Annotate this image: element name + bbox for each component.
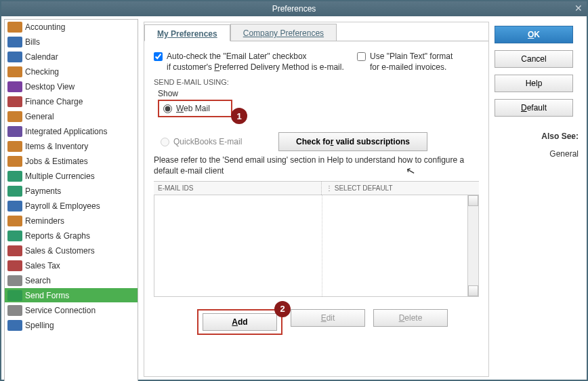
- tab-my-preferences[interactable]: My Preferences: [144, 24, 230, 41]
- sidebar-item-reminders[interactable]: Reminders: [5, 214, 138, 228]
- auto-email-later-checkbox[interactable]: [154, 52, 163, 61]
- sidebar-item-general[interactable]: General: [5, 109, 138, 124]
- edit-button: Edit: [291, 309, 365, 327]
- tab-bar: My PreferencesCompany Preferences: [144, 22, 488, 41]
- close-icon[interactable]: ✕: [574, 3, 583, 14]
- preferences-window: Preferences✕AccountingBillsCalendarCheck…: [0, 0, 588, 381]
- sidebar-icon: [7, 230, 22, 241]
- ok-button[interactable]: OK: [495, 26, 573, 43]
- qb-email-row: QuickBooks E-mailCheck for valid subscri…: [161, 132, 479, 151]
- radio-quickbooks-email-row: QuickBooks E-mail: [161, 137, 269, 146]
- radio-web-mail[interactable]: [163, 104, 172, 113]
- delete-button: Delete: [373, 309, 448, 327]
- show-label: Show: [158, 89, 479, 98]
- sidebar-item-sales-tax[interactable]: Sales Tax: [5, 258, 138, 273]
- radio-web-mail-label: Web Mail: [176, 104, 210, 113]
- sidebar-item-label: Payments: [25, 186, 61, 196]
- add-button[interactable]: Add: [203, 313, 277, 331]
- sidebar-item-send-forms[interactable]: Send Forms: [5, 288, 138, 303]
- also-see-label: Also See:: [495, 132, 579, 141]
- titlebar: Preferences✕: [1, 1, 587, 16]
- plain-text-checkbox[interactable]: [357, 52, 366, 61]
- sidebar-item-label: Reminders: [25, 216, 64, 226]
- sidebar-item-reports-graphs[interactable]: Reports & Graphs: [5, 228, 138, 243]
- sidebar-item-search[interactable]: Search: [5, 273, 138, 288]
- sidebar-item-multiple-currencies[interactable]: Multiple Currencies: [5, 169, 138, 184]
- window-title: Preferences: [272, 4, 316, 14]
- sidebar-item-label: Send Forms: [25, 291, 69, 300]
- tab-body: Auto-check the "Email Later" checkboxif …: [144, 41, 488, 344]
- sidebar-item-spelling[interactable]: Spelling: [5, 318, 138, 333]
- preferences-sidebar[interactable]: AccountingBillsCalendarCheckingDesktop V…: [4, 19, 138, 381]
- sidebar-icon: [7, 37, 22, 47]
- sidebar-item-calendar[interactable]: Calendar: [5, 49, 138, 64]
- callout-2: 2: [274, 301, 291, 317]
- sidebar-icon: [7, 260, 22, 271]
- send-email-using-label: SEND E-MAIL USING:: [154, 78, 479, 86]
- sidebar-icon: [7, 216, 22, 226]
- auto-email-later-label: Auto-check the "Email Later" checkboxif …: [167, 51, 344, 73]
- sidebar-item-checking[interactable]: Checking: [5, 64, 138, 79]
- sidebar-item-label: General: [25, 112, 54, 121]
- scroll-up-arrow[interactable]: [468, 195, 478, 206]
- check-valid-subscriptions-button[interactable]: Check for valid subscriptions: [278, 132, 427, 151]
- email-table-body[interactable]: [154, 195, 479, 297]
- plain-text-label: Use "Plain Text" formatfor e-mailed invo…: [370, 51, 453, 73]
- table-scrollbar[interactable]: [467, 195, 478, 296]
- sidebar-item-payroll-employees[interactable]: Payroll & Employees: [5, 199, 138, 214]
- configure-help-text: Please refer to the 'Send email using' s…: [154, 155, 479, 176]
- sidebar-item-service-connection[interactable]: Service Connection: [5, 303, 138, 318]
- radio-quickbooks-email: [161, 138, 169, 146]
- sidebar-icon: [7, 156, 22, 167]
- sidebar-item-integrated-applications[interactable]: Integrated Applications: [5, 124, 138, 139]
- sidebar-item-label: Sales & Customers: [25, 246, 95, 256]
- sidebar-item-desktop-view[interactable]: Desktop View: [5, 79, 138, 94]
- sidebar-icon: [7, 81, 22, 92]
- sidebar-item-accounting[interactable]: Accounting: [5, 20, 138, 35]
- email-table-header: E-MAIL IDS⋮ SELECT DEFAULT: [154, 181, 479, 195]
- sidebar-icon: [7, 186, 22, 197]
- sidebar-item-label: Jobs & Estimates: [25, 157, 88, 166]
- sidebar-item-label: Sales Tax: [25, 261, 60, 270]
- sidebar-item-label: Spelling: [25, 321, 54, 330]
- sidebar-item-label: Service Connection: [25, 306, 96, 315]
- tab-company-preferences[interactable]: Company Preferences: [230, 24, 337, 41]
- cancel-button[interactable]: Cancel: [495, 50, 573, 68]
- default-button[interactable]: Default: [495, 99, 573, 117]
- sidebar-icon: [7, 290, 22, 301]
- radio-web-mail-row: Web Mail: [163, 104, 227, 113]
- sidebar-item-sales-customers[interactable]: Sales & Customers: [5, 243, 138, 258]
- sidebar-item-label: Search: [25, 276, 51, 285]
- checkbox-row: Auto-check the "Email Later" checkboxif …: [154, 51, 479, 73]
- help-button[interactable]: Help: [495, 75, 573, 92]
- sidebar-icon: [7, 171, 22, 182]
- sidebar-item-payments[interactable]: Payments: [5, 184, 138, 199]
- right-button-pane: OKCancelHelpDefaultAlso See:General: [489, 22, 584, 377]
- sidebar-item-label: Reports & Graphs: [25, 231, 90, 241]
- sidebar-item-label: Accounting: [25, 22, 65, 32]
- sidebar-icon: [7, 305, 22, 316]
- sidebar-icon: [7, 275, 22, 286]
- sidebar-icon: [7, 111, 22, 122]
- callout-1: 1: [231, 108, 247, 124]
- webmail-highlight-box: Web Mail: [158, 100, 232, 117]
- sidebar-item-label: Checking: [25, 67, 59, 77]
- radio-quickbooks-email-label: QuickBooks E-mail: [173, 137, 242, 146]
- scroll-down-arrow[interactable]: [468, 285, 478, 296]
- sidebar-item-label: Payroll & Employees: [25, 201, 100, 211]
- add-highlight-box: Add2: [197, 309, 282, 335]
- col-email-ids: E-MAIL IDS: [154, 182, 322, 195]
- sidebar-item-label: Finance Charge: [25, 97, 83, 106]
- also-see-general-link[interactable]: General: [495, 149, 579, 159]
- sidebar-item-label: Items & Inventory: [25, 142, 88, 151]
- sidebar-item-bills[interactable]: Bills: [5, 35, 138, 49]
- col-select-default: ⋮ SELECT DEFAULT: [322, 182, 479, 195]
- sidebar-item-items-inventory[interactable]: Items & Inventory: [5, 139, 138, 154]
- sidebar-icon: [7, 245, 22, 256]
- sidebar-item-finance-charge[interactable]: Finance Charge: [5, 94, 138, 109]
- sidebar-item-label: Calendar: [25, 52, 58, 62]
- sidebar-icon: [7, 66, 22, 77]
- sidebar-icon: [7, 96, 22, 107]
- sidebar-item-jobs-estimates[interactable]: Jobs & Estimates: [5, 154, 138, 169]
- email-button-row: Add2EditDelete: [197, 309, 479, 335]
